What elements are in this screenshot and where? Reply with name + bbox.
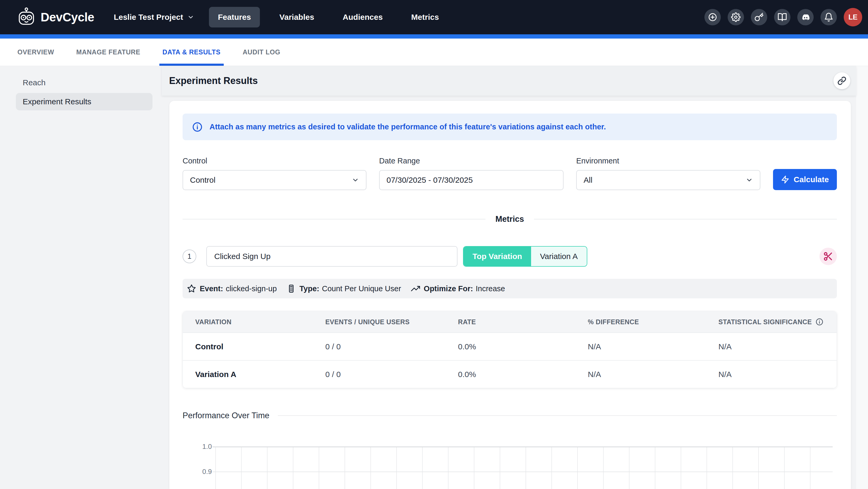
- results-sidebar: Reach Experiment Results: [0, 66, 153, 489]
- filters-row: Control Control Date Range Environment: [183, 156, 837, 190]
- lightning-icon: [781, 175, 789, 184]
- api-keys-button[interactable]: [751, 9, 767, 25]
- chart-y-axis: 1.0 0.9: [183, 447, 215, 489]
- table-row-control: Control 0 / 0 0.0% N/A N/A: [183, 333, 837, 360]
- event-label: Event:: [200, 284, 223, 293]
- date-range-field: [379, 170, 563, 190]
- metric-summary-bar: Event: clicked-sign-up Type: Count Per U…: [183, 279, 837, 298]
- discord-icon: [801, 12, 810, 22]
- nav-item-features[interactable]: Features: [209, 7, 260, 27]
- cell-difference: N/A: [588, 342, 718, 351]
- control-label: Control: [183, 156, 367, 165]
- control-select[interactable]: Control: [183, 170, 367, 190]
- page-header: Experiment Results: [162, 66, 856, 95]
- type-value: Count Per Unique User: [322, 284, 401, 293]
- toggle-top-variation[interactable]: Top Variation: [464, 247, 531, 266]
- primary-nav: Features Variables Audiences Metrics: [209, 7, 448, 27]
- cell-difference: N/A: [588, 370, 718, 379]
- devcycle-robot-icon: [17, 7, 36, 27]
- performance-title: Performance Over Time: [183, 411, 269, 420]
- cell-rate: 0.0%: [458, 370, 588, 379]
- type-label: Type:: [300, 284, 319, 293]
- brand-logo[interactable]: DevCycle: [17, 7, 94, 27]
- nav-item-variables[interactable]: Variables: [271, 7, 323, 27]
- scroll-gutter: [856, 66, 868, 489]
- cell-events: 0 / 0: [325, 370, 458, 379]
- notifications-button[interactable]: [820, 9, 837, 25]
- variation-toggle: Top Variation Variation A: [463, 246, 587, 267]
- toggle-variation-a[interactable]: Variation A: [531, 247, 587, 266]
- project-name: Leslie Test Project: [114, 13, 183, 22]
- metrics-divider-label: Metrics: [495, 214, 524, 224]
- info-icon: [192, 122, 203, 132]
- control-filter: Control Control: [183, 156, 367, 190]
- create-button[interactable]: [705, 9, 721, 25]
- nav-item-audiences[interactable]: Audiences: [334, 7, 392, 27]
- results-table: VARIATION EVENTS / UNIQUE USERS RATE % D…: [183, 311, 837, 388]
- copy-link-button[interactable]: [833, 73, 850, 89]
- sidebar-item-reach[interactable]: Reach: [16, 74, 153, 91]
- cell-rate: 0.0%: [458, 342, 588, 351]
- chevron-down-icon: [352, 176, 359, 184]
- key-icon: [754, 12, 764, 22]
- star-icon: [187, 284, 196, 293]
- top-nav: DevCycle Leslie Test Project Features Va…: [0, 0, 868, 34]
- bell-icon: [824, 12, 833, 22]
- info-banner: Attach as many metrics as desired to val…: [183, 114, 837, 140]
- feature-tabs: OVERVIEW MANAGE FEATURE DATA & RESULTS A…: [0, 38, 868, 66]
- docs-button[interactable]: [774, 9, 790, 25]
- metric-name-input[interactable]: [206, 246, 458, 267]
- environment-select-value: All: [584, 176, 592, 184]
- content-area: Reach Experiment Results Experiment Resu…: [0, 66, 868, 489]
- optimize-for-label: Optimize For:: [424, 284, 473, 293]
- performance-divider-line: [278, 415, 837, 416]
- divider-line-left: [183, 219, 486, 220]
- nav-actions: LE: [705, 8, 862, 26]
- book-icon: [777, 12, 787, 22]
- discord-button[interactable]: [797, 9, 814, 25]
- gear-icon: [731, 12, 741, 22]
- metric-row: 1 Top Variation Variation A: [183, 246, 837, 267]
- sidebar-item-experiment-results[interactable]: Experiment Results: [16, 93, 153, 110]
- info-banner-text: Attach as many metrics as desired to val…: [210, 122, 606, 131]
- tab-audit-log[interactable]: AUDIT LOG: [243, 38, 280, 66]
- calculate-button[interactable]: Calculate: [773, 169, 837, 190]
- results-table-header: VARIATION EVENTS / UNIQUE USERS RATE % D…: [183, 311, 837, 333]
- main-panel: Experiment Results Attach as many metric…: [162, 66, 856, 489]
- project-selector[interactable]: Leslie Test Project: [114, 13, 194, 22]
- experiment-results-card: Attach as many metrics as desired to val…: [169, 101, 851, 489]
- chevron-down-icon: [187, 14, 194, 21]
- brand-name: DevCycle: [41, 10, 94, 24]
- performance-section-header: Performance Over Time: [183, 411, 837, 420]
- cell-variation: Control: [195, 342, 325, 351]
- event-value: clicked-sign-up: [226, 284, 277, 293]
- chart-plot-area: [215, 447, 833, 489]
- tab-overview[interactable]: OVERVIEW: [18, 38, 54, 66]
- metrics-divider: Metrics: [183, 214, 837, 224]
- control-select-value: Control: [190, 176, 216, 184]
- environment-filter: Environment All: [576, 156, 761, 190]
- date-range-input[interactable]: [386, 176, 556, 184]
- tab-manage-feature[interactable]: MANAGE FEATURE: [76, 38, 141, 66]
- cell-events: 0 / 0: [325, 342, 458, 351]
- cell-significance: N/A: [718, 370, 837, 379]
- tab-data-results[interactable]: DATA & RESULTS: [162, 38, 221, 66]
- calculate-button-label: Calculate: [794, 175, 829, 184]
- settings-button[interactable]: [727, 9, 744, 25]
- performance-chart: 1.0 0.9: [183, 447, 837, 489]
- nav-item-metrics[interactable]: Metrics: [402, 7, 448, 27]
- environment-select[interactable]: All: [576, 170, 761, 190]
- environment-label: Environment: [576, 156, 761, 165]
- date-range-filter: Date Range: [379, 156, 563, 190]
- user-avatar[interactable]: LE: [844, 8, 862, 26]
- y-tick-1: 1.0: [203, 442, 212, 451]
- metric-index-badge: 1: [183, 250, 196, 263]
- col-variation: VARIATION: [195, 318, 325, 326]
- remove-metric-button[interactable]: [819, 248, 837, 265]
- info-icon[interactable]: [815, 318, 824, 326]
- scissors-icon: [823, 251, 833, 261]
- col-events: EVENTS / UNIQUE USERS: [325, 318, 458, 326]
- link-icon: [837, 76, 846, 85]
- optimize-for-value: Increase: [476, 284, 505, 293]
- y-tick-2: 0.9: [203, 468, 212, 476]
